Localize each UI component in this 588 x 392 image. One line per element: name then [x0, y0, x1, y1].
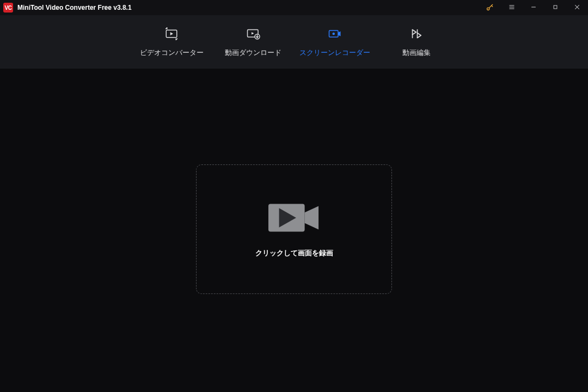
menu-button[interactable] — [501, 0, 523, 15]
svg-rect-7 — [554, 5, 557, 9]
tab-label: 動画編集 — [402, 48, 431, 58]
tabbar: ビデオコンバーター 動画ダウンロード スクリーンレコーダー — [0, 15, 588, 69]
tab-screen-recorder[interactable]: スクリーンレコーダー — [294, 15, 376, 69]
svg-line-2 — [492, 5, 493, 7]
convert-icon — [163, 27, 180, 41]
svg-point-17 — [333, 32, 335, 35]
camera-play-icon — [267, 200, 321, 235]
upgrade-key-button[interactable] — [479, 0, 501, 15]
svg-marker-11 — [170, 32, 173, 35]
key-icon — [486, 3, 494, 13]
svg-marker-13 — [252, 32, 254, 35]
minimize-icon — [530, 3, 537, 13]
app-logo: VC — [3, 3, 13, 13]
tab-video-converter[interactable]: ビデオコンバーター — [131, 15, 212, 69]
tab-label: スクリーンレコーダー — [299, 48, 370, 58]
close-button[interactable] — [566, 0, 588, 15]
download-icon — [245, 27, 261, 41]
titlebar-controls — [479, 0, 588, 15]
edit-icon — [408, 27, 425, 41]
app-title: MiniTool Video Converter Free v3.8.1 — [17, 4, 132, 11]
maximize-icon — [552, 3, 559, 13]
tab-video-edit[interactable]: 動画編集 — [376, 15, 457, 69]
app-logo-text: VC — [5, 5, 12, 11]
close-icon — [573, 3, 581, 13]
hamburger-icon — [508, 3, 516, 13]
maximize-button[interactable] — [544, 0, 566, 15]
tab-label: 動画ダウンロード — [225, 48, 281, 58]
tab-video-download[interactable]: 動画ダウンロード — [212, 15, 294, 69]
recorder-icon — [327, 27, 343, 41]
minimize-button[interactable] — [523, 0, 544, 15]
tab-label: ビデオコンバーター — [140, 48, 204, 58]
dropzone-label: クリックして画面を録画 — [255, 248, 333, 258]
main-area: クリックして画面を録画 — [0, 69, 588, 392]
titlebar: VC MiniTool Video Converter Free v3.8.1 — [0, 0, 588, 15]
record-screen-dropzone[interactable]: クリックして画面を録画 — [196, 164, 392, 294]
